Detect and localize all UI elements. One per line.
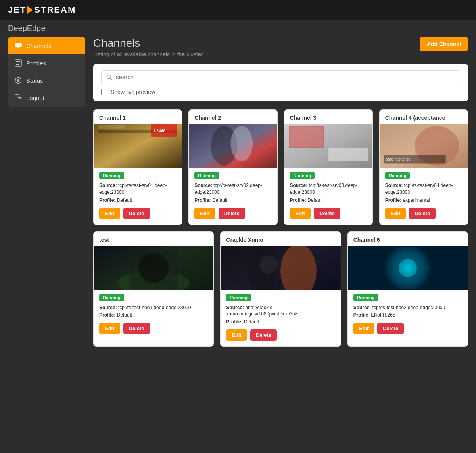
channel-thumbnail-crackle [221, 246, 340, 290]
search-icon [106, 74, 113, 80]
channel-thumbnail-ch6 [348, 246, 468, 290]
main-content: Channels Listing of all available channe… [93, 37, 468, 347]
svg-text:1.344€: 1.344€ [153, 129, 165, 133]
status-badge-crackle: Running [226, 294, 251, 301]
status-badge-ch1: Running [99, 172, 124, 179]
sidebar: Channels Profiles Status [8, 37, 85, 107]
edit-button-ch1[interactable]: Edit [99, 208, 120, 219]
channel-info-ch1: Running Source: tcp:/ts-test-srv01.deep-… [94, 168, 182, 225]
channel-profile-crackle: Profile: Default [226, 319, 335, 325]
channels-icon [14, 42, 22, 50]
svg-rect-5 [16, 64, 19, 65]
page-header: Channels Listing of all available channe… [93, 37, 468, 57]
live-preview-checkbox[interactable] [101, 89, 107, 95]
status-badge-ch4: Running [385, 172, 410, 179]
channel-card-title-test: test [94, 232, 213, 246]
channel-info-test: Running Source: tcp:/ts-test-hbo1.deep-e… [94, 290, 213, 340]
delete-button-ch6[interactable]: Delete [377, 323, 404, 334]
channel-profile-ch4: Profile: experimental [385, 197, 462, 203]
svg-point-10 [107, 75, 111, 78]
channel-info-crackle: Running Source: http://crackle-xumo.amag… [221, 290, 340, 347]
status-badge-ch2: Running [194, 172, 219, 179]
card-actions-ch4: Edit Delete [385, 208, 462, 219]
logout-icon [14, 94, 22, 102]
page-subtitle: Listing of all available channels in the… [93, 51, 204, 57]
channel-thumbnail-ch3 [284, 124, 372, 168]
logo-text-part2: STREAM [34, 5, 76, 15]
delete-button-ch2[interactable]: Delete [219, 208, 245, 219]
channel-source-ch1: Source: tcp:/ts-test-srv01.deep-edge:230… [99, 182, 176, 196]
sidebar-item-channels[interactable]: Channels [8, 37, 85, 54]
channel-card-ch4: Channel 4 (acceptance [379, 109, 468, 225]
svg-rect-1 [17, 47, 19, 48]
channel-card-ch2: Channel 2 [188, 109, 277, 225]
sidebar-item-logout[interactable]: Logout [8, 89, 85, 107]
svg-line-11 [111, 78, 113, 80]
add-channel-button[interactable]: Add Channel [420, 37, 468, 51]
channels-grid-row2: test [93, 231, 468, 347]
sidebar-item-profiles[interactable]: Profiles [8, 54, 85, 72]
sidebar-item-profiles-label: Profiles [26, 60, 46, 67]
logo-arrow-icon [27, 6, 33, 14]
layout: Channels Profiles Status [0, 37, 476, 355]
delete-button-ch3[interactable]: Delete [314, 208, 340, 219]
svg-rect-3 [16, 61, 20, 62]
edit-button-ch3[interactable]: Edit [290, 208, 311, 219]
channel-thumbnail-ch4: 0800 400 33 60 [380, 124, 468, 168]
svg-rect-13 [98, 125, 125, 129]
channel-info-ch3: Running Source: tcp:/ts-test-srv03.deep-… [284, 168, 372, 225]
edit-button-ch6[interactable]: Edit [353, 323, 374, 334]
svg-point-34 [280, 246, 317, 290]
svg-rect-32 [221, 246, 340, 290]
edit-button-test[interactable]: Edit [99, 323, 120, 334]
channel-source-test: Source: tcp:/ts-test-hbo1.deep-edge:2300… [99, 304, 208, 311]
card-actions-ch2: Edit Delete [194, 208, 271, 219]
svg-rect-4 [16, 63, 20, 63]
live-preview-label: Show live preview [111, 89, 155, 95]
channel-info-ch2: Running Source: tcp:/ts-test-srv02.deep-… [189, 168, 277, 225]
edit-button-crackle[interactable]: Edit [226, 329, 247, 341]
delete-button-ch4[interactable]: Delete [409, 208, 436, 219]
card-actions-ch6: Edit Delete [353, 323, 462, 334]
card-actions-ch3: Edit Delete [290, 208, 367, 219]
channel-card-title-ch4: Channel 4 (acceptance [380, 110, 468, 124]
status-badge-test: Running [99, 294, 124, 301]
channel-card-title-crackle: Crackle Xumo [221, 232, 340, 246]
channel-source-ch3: Source: tcp:/ts-test-srv03.deep-edge:230… [290, 182, 367, 196]
svg-point-35 [260, 256, 278, 273]
channel-info-ch6: Running Source: tcp:/ts-test-hbo2.deep-e… [348, 290, 468, 340]
channel-source-ch4: Source: tcp:/ts-test-srv04.deep-edge:230… [385, 182, 462, 196]
search-input[interactable] [116, 74, 455, 80]
sidebar-item-status-label: Status [26, 77, 43, 84]
delete-button-test[interactable]: Delete [123, 323, 150, 334]
channel-source-ch2: Source: tcp:/ts-test-srv02.deep-edge:230… [194, 182, 271, 196]
channel-thumbnail-test [94, 246, 213, 290]
channel-profile-ch6: Profile: Elliot H.265 [353, 312, 462, 318]
search-container: Show live preview [93, 64, 468, 101]
status-icon [14, 76, 22, 84]
svg-point-19 [231, 126, 253, 161]
channel-profile-test: Profile: Default [99, 312, 208, 318]
channel-card-test: test [93, 231, 214, 347]
page-title-section: Channels Listing of all available channe… [93, 37, 204, 57]
app-title: DeepEdge [0, 20, 476, 37]
status-badge-ch3: Running [290, 172, 315, 179]
card-actions-crackle: Edit Delete [226, 329, 335, 341]
channel-card-ch6: Channel 6 [347, 231, 468, 347]
sidebar-item-logout-label: Logout [26, 95, 44, 101]
logo-text-part1: JET [8, 5, 26, 15]
sidebar-item-status[interactable]: Status [8, 72, 85, 89]
edit-button-ch4[interactable]: Edit [385, 208, 406, 219]
channel-thumbnail-ch1: 1.344€ [94, 124, 182, 168]
header: JET STREAM [0, 0, 476, 20]
channel-profile-ch2: Profile: Default [194, 197, 271, 203]
channel-card-ch3: Channel 3 [284, 109, 373, 225]
channel-card-title-ch1: Channel 1 [94, 110, 182, 124]
delete-button-ch1[interactable]: Delete [123, 208, 150, 219]
channel-source-ch6: Source: tcp:/ts-test-hbo2.deep-edge:2300… [353, 304, 462, 311]
delete-button-crackle[interactable]: Delete [250, 329, 277, 341]
channel-thumbnail-ch2 [189, 124, 277, 168]
logo: JET STREAM [8, 5, 76, 15]
card-actions-ch1: Edit Delete [99, 208, 176, 219]
edit-button-ch2[interactable]: Edit [194, 208, 215, 219]
